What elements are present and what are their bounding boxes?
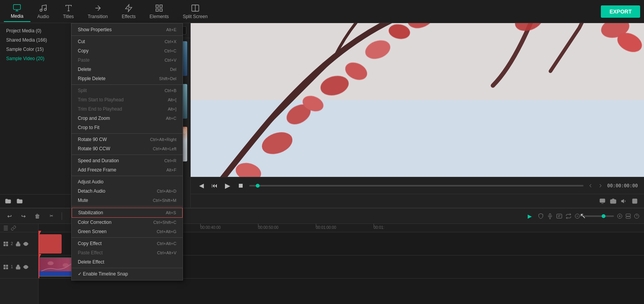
tl-captions-icon[interactable] <box>556 213 562 219</box>
export-button[interactable]: EXPORT <box>601 5 640 18</box>
ctx-speed-duration[interactable]: Speed and Duration Ctrl+R <box>72 156 183 165</box>
stop-button[interactable]: ⏹ <box>236 181 245 190</box>
tl-play-button[interactable]: ▶ <box>525 211 535 221</box>
svg-rect-88 <box>6 265 8 266</box>
layout-icon[interactable] <box>632 198 638 204</box>
track1-eye-icon[interactable] <box>23 264 29 270</box>
ctx-trim-start: Trim Start to Playhead Alt+[ <box>72 95 183 104</box>
track-labels: 2 1 <box>0 224 39 304</box>
zoom-slider[interactable] <box>583 215 614 217</box>
ctx-ripple-delete[interactable]: Ripple Delete Shift+Del <box>72 74 183 83</box>
ruler-mark-40: 00:00:40:00 <box>200 224 221 230</box>
skip-back-button[interactable]: ◀ <box>197 181 206 190</box>
camera-icon[interactable] <box>610 198 616 204</box>
track2-lock-icon[interactable] <box>15 241 21 247</box>
tl-help-icon[interactable] <box>634 213 639 219</box>
svg-rect-84 <box>6 244 8 246</box>
ctx-sep-5 <box>72 176 183 176</box>
nav-split-screen[interactable]: Split Screen <box>176 2 215 22</box>
svg-point-86 <box>25 243 27 245</box>
remove-folder-icon[interactable] <box>16 198 23 205</box>
svg-rect-91 <box>16 267 20 269</box>
ctx-stabilization[interactable]: Stabilization Alt+S <box>72 208 183 218</box>
tl-minus-icon[interactable] <box>575 213 580 219</box>
ctx-delete[interactable]: Delete Del <box>72 65 183 74</box>
ctx-paste-effect: Paste Effect Ctrl+Alt+V <box>72 248 183 257</box>
preview-toolbar <box>191 194 644 208</box>
nav-transition[interactable]: Transition <box>81 2 115 22</box>
add-track-icon[interactable] <box>3 225 8 231</box>
ctx-sep-2 <box>72 84 183 85</box>
nav-elements[interactable]: Elements <box>143 2 176 22</box>
add-folder-icon[interactable] <box>5 198 12 205</box>
nav-transition-label: Transition <box>88 14 108 19</box>
ctx-copy[interactable]: Copy Ctrl+C <box>72 46 183 55</box>
link-icon[interactable] <box>11 225 16 231</box>
svg-rect-90 <box>6 267 8 269</box>
nav-media[interactable]: Media <box>4 1 30 22</box>
media-list-item-project[interactable]: Project Media (0) <box>0 26 71 35</box>
ctx-color-correction[interactable]: Color Correction Ctrl+Shift+C <box>72 218 183 227</box>
media-list-item-color[interactable]: Sample Color (15) <box>0 45 71 54</box>
nav-split-screen-label: Split Screen <box>183 14 208 19</box>
monitor-icon[interactable] <box>599 198 605 204</box>
prev-frame-icon[interactable] <box>587 183 594 189</box>
track-label-1: 1 <box>0 255 38 279</box>
ctx-show-properties[interactable]: Show Properties Alt+E <box>72 25 183 34</box>
nav-audio[interactable]: Audio <box>30 2 56 22</box>
ctx-sep-6 <box>72 206 183 207</box>
undo-button[interactable]: ↩ <box>5 211 15 221</box>
video-preview <box>191 23 644 177</box>
svg-rect-71 <box>549 213 551 216</box>
tl-sep-1 <box>62 212 62 220</box>
ctx-green-screen[interactable]: Green Screen Ctrl+Alt+G <box>72 227 183 236</box>
ctx-mute[interactable]: Mute Ctrl+Shift+M <box>72 196 183 205</box>
nav-effects[interactable]: Effects <box>115 2 143 22</box>
ctx-crop-fit[interactable]: Crop to Fit <box>72 123 183 132</box>
ctx-rotate-ccw[interactable]: Rotate 90 CCW Ctrl+Alt+Left <box>72 144 183 153</box>
media-list-item-shared[interactable]: Shared Media (166) <box>0 35 71 45</box>
ctx-cut[interactable]: Cut Ctrl+X <box>72 37 183 46</box>
tl-shield-icon[interactable] <box>538 213 544 219</box>
svg-rect-83 <box>4 244 5 246</box>
main-layout: Project Media (0) Shared Media (166) Sam… <box>0 23 644 208</box>
svg-rect-68 <box>632 199 637 203</box>
track2-eye-icon[interactable] <box>23 241 29 247</box>
tl-add-track-icon[interactable] <box>626 213 631 219</box>
zoom-thumb <box>602 214 605 218</box>
tl-swap-icon[interactable] <box>565 213 572 219</box>
track2-clip-red[interactable] <box>39 234 62 254</box>
playback-controls: ◀ ⏮ ▶ ⏹ 00:00:00:00 <box>191 177 644 194</box>
playback-progress[interactable] <box>249 185 584 186</box>
ctx-adjust-audio[interactable]: Adjust Audio <box>72 177 183 186</box>
nav-titles[interactable]: Titles <box>56 2 80 22</box>
ctx-crop-zoom[interactable]: Crop and Zoom Alt+C <box>72 114 183 123</box>
track1-lock-icon[interactable] <box>15 264 21 270</box>
ctx-freeze-frame[interactable]: Add Freeze Frame Alt+F <box>72 165 183 175</box>
ctx-copy-effect[interactable]: Copy Effect Ctrl+Alt+C <box>72 239 183 248</box>
next-frame-icon[interactable] <box>597 183 604 189</box>
split-clip-button[interactable]: ✂ <box>46 211 56 221</box>
ctx-sep-4 <box>72 155 183 155</box>
tl-mic-icon[interactable] <box>547 213 553 219</box>
media-list-item-video[interactable]: Sample Video (20) <box>0 54 71 63</box>
svg-rect-78 <box>626 214 631 216</box>
svg-point-66 <box>612 200 614 202</box>
ctx-rotate-cw[interactable]: Rotate 90 CW Ctrl+Alt+Right <box>72 135 183 144</box>
trash-button[interactable]: 🗑 <box>32 211 42 221</box>
ctx-detach-audio[interactable]: Detach Audio Ctrl+Alt+D <box>72 186 183 196</box>
tl-plus-icon[interactable] <box>617 213 622 219</box>
svg-rect-81 <box>4 242 5 243</box>
ctx-delete-effect[interactable]: Delete Effect <box>72 257 183 267</box>
svg-point-1 <box>40 9 42 11</box>
play-button[interactable]: ▶ <box>223 181 232 190</box>
redo-button[interactable]: ↪ <box>18 211 29 221</box>
svg-rect-38 <box>183 129 185 131</box>
ruler-mark-60: 00:01:00:00 <box>316 224 336 230</box>
progress-dot <box>256 184 260 188</box>
step-back-button[interactable]: ⏮ <box>210 181 219 190</box>
volume-icon[interactable] <box>621 198 627 204</box>
nav-audio-label: Audio <box>37 14 49 19</box>
ctx-split: Split Ctrl+B <box>72 86 183 95</box>
ctx-enable-snap[interactable]: ✓ Enable Timeline Snap <box>72 269 183 279</box>
